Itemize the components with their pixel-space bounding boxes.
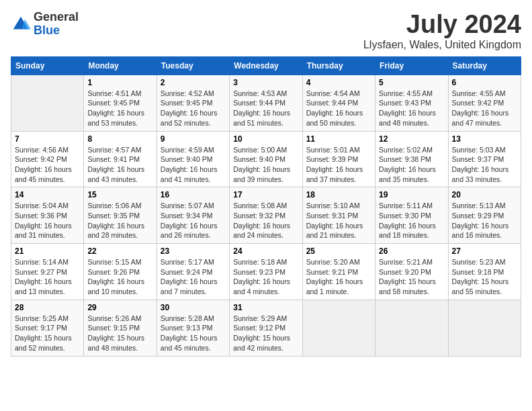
calendar-cell: 4Sunrise: 4:54 AMSunset: 9:44 PMDaylight… (302, 75, 375, 131)
day-info: Sunrise: 4:59 AMSunset: 9:40 PMDaylight:… (161, 145, 226, 185)
logo-general-text: General (34, 10, 79, 24)
day-number: 15 (87, 190, 152, 199)
calendar-cell: 3Sunrise: 4:53 AMSunset: 9:44 PMDaylight… (230, 75, 302, 131)
day-number: 10 (233, 134, 298, 144)
day-number: 1 (87, 78, 152, 87)
day-info: Sunrise: 5:23 AMSunset: 9:18 PMDaylight:… (452, 257, 517, 297)
calendar-cell (11, 75, 84, 131)
day-info: Sunrise: 5:13 AMSunset: 9:29 PMDaylight:… (452, 201, 517, 240)
day-number: 9 (161, 134, 226, 144)
calendar-cell: 10Sunrise: 5:00 AMSunset: 9:40 PMDayligh… (230, 131, 302, 187)
calendar-cell: 17Sunrise: 5:08 AMSunset: 9:32 PMDayligh… (230, 187, 302, 244)
day-number: 29 (87, 303, 152, 312)
calendar-cell: 23Sunrise: 5:17 AMSunset: 9:24 PMDayligh… (157, 244, 229, 300)
day-number: 21 (15, 246, 80, 256)
day-number: 8 (87, 134, 152, 144)
day-info: Sunrise: 5:06 AMSunset: 9:35 PMDaylight:… (87, 201, 152, 240)
day-number: 30 (161, 303, 226, 312)
calendar-row: 21Sunrise: 5:14 AMSunset: 9:27 PMDayligh… (11, 244, 521, 300)
day-info: Sunrise: 4:56 AMSunset: 9:42 PMDaylight:… (15, 145, 80, 185)
calendar-cell: 21Sunrise: 5:14 AMSunset: 9:27 PMDayligh… (11, 244, 84, 300)
weekday-header-cell: Wednesday (230, 56, 302, 75)
day-info: Sunrise: 5:00 AMSunset: 9:40 PMDaylight:… (233, 145, 298, 185)
day-info: Sunrise: 4:52 AMSunset: 9:45 PMDaylight:… (161, 89, 226, 128)
day-info: Sunrise: 5:20 AMSunset: 9:21 PMDaylight:… (306, 257, 371, 297)
calendar-cell: 15Sunrise: 5:06 AMSunset: 9:35 PMDayligh… (84, 187, 157, 244)
calendar-row: 28Sunrise: 5:25 AMSunset: 9:17 PMDayligh… (11, 300, 521, 356)
calendar-row: 1Sunrise: 4:51 AMSunset: 9:45 PMDaylight… (11, 75, 521, 131)
header: General Blue July 2024 Llysfaen, Wales, … (11, 11, 521, 51)
calendar-cell: 22Sunrise: 5:15 AMSunset: 9:26 PMDayligh… (84, 244, 157, 300)
day-number: 17 (233, 190, 298, 199)
day-info: Sunrise: 4:55 AMSunset: 9:43 PMDaylight:… (379, 89, 444, 128)
day-info: Sunrise: 5:08 AMSunset: 9:32 PMDaylight:… (233, 201, 298, 240)
day-number: 16 (161, 190, 226, 199)
weekday-header-cell: Sunday (11, 56, 84, 75)
calendar-row: 14Sunrise: 5:04 AMSunset: 9:36 PMDayligh… (11, 187, 521, 244)
calendar-cell: 9Sunrise: 4:59 AMSunset: 9:40 PMDaylight… (157, 131, 229, 187)
day-number: 7 (15, 134, 80, 144)
calendar-cell: 16Sunrise: 5:07 AMSunset: 9:34 PMDayligh… (157, 187, 229, 244)
day-number: 27 (452, 246, 517, 256)
day-number: 20 (452, 190, 517, 199)
day-number: 13 (452, 134, 517, 144)
calendar-cell (375, 300, 448, 356)
calendar-cell: 27Sunrise: 5:23 AMSunset: 9:18 PMDayligh… (448, 244, 521, 300)
calendar-cell: 31Sunrise: 5:29 AMSunset: 9:12 PMDayligh… (230, 300, 302, 356)
calendar-cell: 8Sunrise: 4:57 AMSunset: 9:41 PMDaylight… (84, 131, 157, 187)
day-info: Sunrise: 5:26 AMSunset: 9:15 PMDaylight:… (87, 314, 152, 353)
calendar-cell (302, 300, 375, 356)
day-info: Sunrise: 4:54 AMSunset: 9:44 PMDaylight:… (306, 89, 371, 128)
calendar-cell: 13Sunrise: 5:03 AMSunset: 9:37 PMDayligh… (448, 131, 521, 187)
day-info: Sunrise: 5:18 AMSunset: 9:23 PMDaylight:… (233, 257, 298, 297)
calendar-table: SundayMondayTuesdayWednesdayThursdayFrid… (11, 56, 521, 357)
day-number: 24 (233, 246, 298, 256)
weekday-header-cell: Friday (375, 56, 448, 75)
day-number: 31 (233, 303, 298, 312)
day-number: 23 (161, 246, 226, 256)
day-number: 19 (379, 190, 444, 199)
day-info: Sunrise: 5:01 AMSunset: 9:39 PMDaylight:… (306, 145, 371, 185)
calendar-row: 7Sunrise: 4:56 AMSunset: 9:42 PMDaylight… (11, 131, 521, 187)
day-number: 2 (161, 78, 226, 87)
day-number: 22 (87, 246, 152, 256)
day-number: 25 (306, 246, 371, 256)
calendar-cell: 14Sunrise: 5:04 AMSunset: 9:36 PMDayligh… (11, 187, 84, 244)
calendar-body: 1Sunrise: 4:51 AMSunset: 9:45 PMDaylight… (11, 75, 521, 356)
day-info: Sunrise: 5:14 AMSunset: 9:27 PMDaylight:… (15, 257, 80, 297)
day-number: 11 (306, 134, 371, 144)
calendar-cell: 19Sunrise: 5:11 AMSunset: 9:30 PMDayligh… (375, 187, 448, 244)
day-info: Sunrise: 5:04 AMSunset: 9:36 PMDaylight:… (15, 201, 80, 240)
day-info: Sunrise: 5:28 AMSunset: 9:13 PMDaylight:… (161, 314, 226, 353)
logo: General Blue (11, 11, 79, 38)
calendar-cell (448, 300, 521, 356)
calendar-cell: 26Sunrise: 5:21 AMSunset: 9:20 PMDayligh… (375, 244, 448, 300)
day-number: 6 (452, 78, 517, 87)
day-info: Sunrise: 5:15 AMSunset: 9:26 PMDaylight:… (87, 257, 152, 297)
day-number: 14 (15, 190, 80, 199)
weekday-header-cell: Thursday (302, 56, 375, 75)
day-number: 3 (233, 78, 298, 87)
calendar-cell: 24Sunrise: 5:18 AMSunset: 9:23 PMDayligh… (230, 244, 302, 300)
page-title: July 2024 (363, 11, 521, 39)
weekday-header-cell: Monday (84, 56, 157, 75)
day-info: Sunrise: 5:21 AMSunset: 9:20 PMDaylight:… (379, 257, 444, 297)
calendar-cell: 11Sunrise: 5:01 AMSunset: 9:39 PMDayligh… (302, 131, 375, 187)
calendar-cell: 30Sunrise: 5:28 AMSunset: 9:13 PMDayligh… (157, 300, 229, 356)
calendar-cell: 2Sunrise: 4:52 AMSunset: 9:45 PMDaylight… (157, 75, 229, 131)
logo-icon (11, 14, 31, 34)
weekday-header-cell: Tuesday (157, 56, 229, 75)
calendar-cell: 5Sunrise: 4:55 AMSunset: 9:43 PMDaylight… (375, 75, 448, 131)
day-number: 5 (379, 78, 444, 87)
calendar-cell: 20Sunrise: 5:13 AMSunset: 9:29 PMDayligh… (448, 187, 521, 244)
calendar-cell: 29Sunrise: 5:26 AMSunset: 9:15 PMDayligh… (84, 300, 157, 356)
day-info: Sunrise: 5:07 AMSunset: 9:34 PMDaylight:… (161, 201, 226, 240)
day-info: Sunrise: 4:51 AMSunset: 9:45 PMDaylight:… (87, 89, 152, 128)
day-info: Sunrise: 5:02 AMSunset: 9:38 PMDaylight:… (379, 145, 444, 185)
day-info: Sunrise: 5:17 AMSunset: 9:24 PMDaylight:… (161, 257, 226, 297)
calendar-cell: 18Sunrise: 5:10 AMSunset: 9:31 PMDayligh… (302, 187, 375, 244)
calendar-cell: 6Sunrise: 4:55 AMSunset: 9:42 PMDaylight… (448, 75, 521, 131)
day-number: 4 (306, 78, 371, 87)
day-info: Sunrise: 5:11 AMSunset: 9:30 PMDaylight:… (379, 201, 444, 240)
day-number: 28 (15, 303, 80, 312)
